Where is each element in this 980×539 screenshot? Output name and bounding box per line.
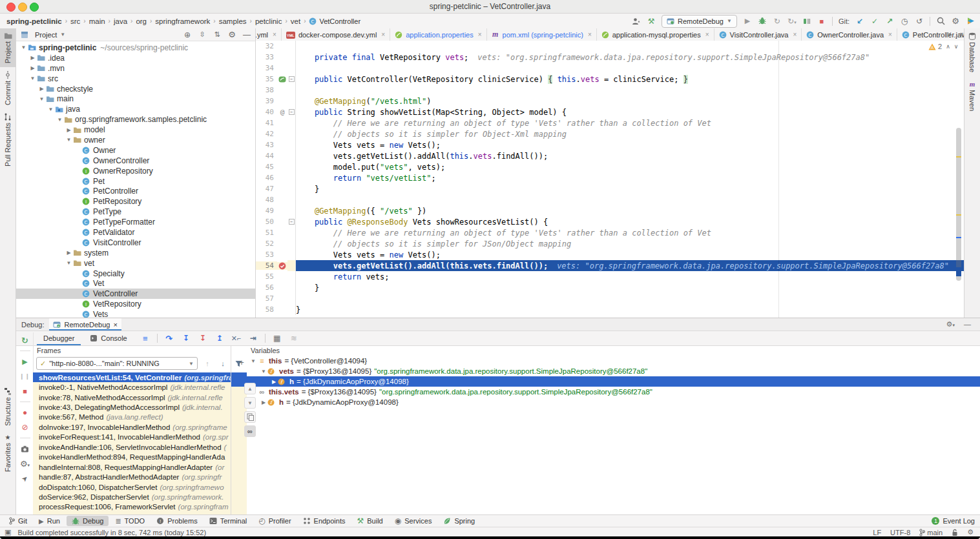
breadcrumb-item[interactable]: org xyxy=(136,17,147,25)
tree-item-src[interactable]: ▼src xyxy=(16,74,255,84)
play-icon[interactable]: ▶ xyxy=(743,16,752,26)
tree-item--mvn[interactable]: ▶.mvn xyxy=(16,63,255,74)
code-line-46[interactable]: 46 return "vets/vetList"; xyxy=(256,172,964,183)
tool-window-switcher-icon[interactable]: ▣ xyxy=(0,528,11,536)
debug-settings-icon[interactable]: ⚙▾ xyxy=(946,320,955,329)
user-icon[interactable] xyxy=(632,16,641,26)
hide-debug-icon[interactable]: — xyxy=(964,320,971,329)
tree-item-pettypeformatter[interactable]: CPetTypeFormatter xyxy=(16,217,255,227)
stack-frame[interactable]: invoke:78, NativeMethodAccessorImpl(jdk.… xyxy=(33,392,247,402)
tree-toggle-icon[interactable]: ▼ xyxy=(249,358,257,364)
code-line-38[interactable]: 38 xyxy=(256,85,964,96)
tab-list-icon[interactable]: ≡ xyxy=(959,30,963,38)
tree-item-vetcontroller[interactable]: CVetController xyxy=(16,289,255,299)
editor-tab-pose-yml[interactable]: pose.yml× xyxy=(256,28,282,41)
variable-row[interactable]: ▼∞this.vets= {$Proxy136@14095}"org.sprin… xyxy=(231,387,980,397)
code-line-48[interactable]: 48 xyxy=(256,194,964,205)
layout-menu-icon[interactable]: ≡ xyxy=(140,333,151,343)
tree-item-petcontroller[interactable]: CPetController xyxy=(16,186,255,196)
tree-item-owner[interactable]: COwner xyxy=(16,145,255,156)
toolwindow-button-git[interactable]: Git xyxy=(4,516,32,526)
tree-item-owner[interactable]: ▼owner xyxy=(16,135,255,145)
sidebar-item-maven[interactable]: mMaven xyxy=(964,76,980,115)
hide-frames-icon[interactable]: ∞ xyxy=(244,425,256,437)
step-into-icon[interactable]: ↧ xyxy=(181,333,191,343)
hammer-icon[interactable]: ⚒ xyxy=(647,16,656,26)
tree-item-ownerrepository[interactable]: IOwnerRepository xyxy=(16,166,255,176)
tree-toggle-icon[interactable]: ▼ xyxy=(20,45,27,50)
variable-row[interactable]: ▶fh= {JdkDynamicAopProxy@14098} xyxy=(231,397,980,407)
at-icon[interactable]: @ xyxy=(277,108,287,116)
code-line-50[interactable]: 50− public @ResponseBody Vets showResour… xyxy=(256,216,964,227)
code-line-40[interactable]: 40@− public String showVetList(Map<Strin… xyxy=(256,107,964,117)
evaluate-icon[interactable]: ▦ xyxy=(272,333,282,343)
tree-toggle-icon[interactable]: ▶ xyxy=(260,400,267,405)
tree-item-petrepository[interactable]: IPetRepository xyxy=(16,196,255,207)
copy-stack-icon[interactable] xyxy=(244,411,256,423)
close-icon[interactable]: × xyxy=(478,31,482,38)
git-push-icon[interactable]: ↗ xyxy=(885,16,894,26)
collapse-all-icon[interactable]: ⇅ xyxy=(213,30,222,40)
fold-marker[interactable]: − xyxy=(287,74,296,85)
step-out-icon[interactable]: ↥ xyxy=(214,333,225,343)
stack-frame[interactable]: showResourcesVetList:54, VetController(o… xyxy=(33,372,247,382)
tree-toggle-icon[interactable]: ▶ xyxy=(65,127,72,133)
scrollbar-thumb[interactable] xyxy=(956,128,961,281)
code-line-51[interactable]: 51 // Here we are returning an object of… xyxy=(256,227,964,238)
tree-toggle-icon[interactable]: ▼ xyxy=(47,107,54,112)
close-icon[interactable]: × xyxy=(888,31,892,38)
close-icon[interactable]: × xyxy=(273,31,276,38)
tree-toggle-icon[interactable]: ▶ xyxy=(38,86,45,92)
variable-row[interactable]: ▼fvets= {$Proxy136@14095}"org.springfram… xyxy=(231,366,980,376)
stack-frame[interactable]: invokeAndHandle:106, ServletInvocableHan… xyxy=(33,442,247,452)
inspection-widget[interactable]: A 2 ∧ ∨ xyxy=(928,43,958,50)
toolwindow-button-endpoints[interactable]: Endpoints xyxy=(298,516,351,526)
tree-item-vet[interactable]: CVet xyxy=(16,278,255,289)
code-line-54[interactable]: 54 vets.getVetList().addAll(this.vets.fi… xyxy=(256,260,964,271)
tab-debugger[interactable]: Debugger xyxy=(37,331,81,345)
tree-toggle-icon[interactable]: ▼ xyxy=(38,96,45,102)
debug-session-tab[interactable]: + RemoteDebug × xyxy=(49,318,121,331)
frame-down-icon[interactable]: ↓ xyxy=(218,358,227,369)
code-line-32[interactable]: 32 xyxy=(256,41,964,52)
bug-icon[interactable] xyxy=(758,16,767,26)
project-panel-header[interactable]: Project ▼ ⊕⇳⇅⚙— xyxy=(16,28,255,41)
code-line-52[interactable]: 52 // objects so it is simpler for JSon/… xyxy=(256,238,964,249)
breakpoint-icon[interactable] xyxy=(277,262,287,270)
status-message[interactable]: Build completed successfully in 8 sec, 7… xyxy=(11,529,206,536)
drop-frame-icon[interactable]: ✕⌐ xyxy=(231,333,242,343)
code-line-57[interactable]: 57 xyxy=(256,293,964,304)
line-ending-indicator[interactable]: LF xyxy=(873,529,881,536)
toolwindow-button-profiler[interactable]: ◴Profiler xyxy=(253,516,296,526)
fold-marker[interactable]: − xyxy=(287,107,296,117)
coverage-icon[interactable]: ↻ xyxy=(773,16,782,26)
stop-icon[interactable]: ■ xyxy=(817,16,826,26)
code-line-41[interactable]: 41 // Here we are returning an object of… xyxy=(256,117,964,128)
mute-breakpoints-icon[interactable]: ⊘ xyxy=(20,422,30,432)
code-editor[interactable]: 3233 private final VetRepository vets;ve… xyxy=(256,41,964,318)
tree-item-model[interactable]: ▶model xyxy=(16,125,255,135)
layout-restore-icon[interactable]: ≋ xyxy=(289,333,299,343)
locate-icon[interactable]: ⊕ xyxy=(183,30,192,40)
tree-item-ownercontroller[interactable]: COwnerController xyxy=(16,156,255,166)
breadcrumb-current[interactable]: CVetController xyxy=(309,17,360,25)
stack-frame[interactable]: doDispatch:1060, DispatcherServlet(org.s… xyxy=(33,482,247,492)
tree-item-main[interactable]: ▼main xyxy=(16,94,255,104)
editor-scrollbar[interactable] xyxy=(955,41,963,318)
event-log-button[interactable]: 1 Event Log xyxy=(932,517,980,525)
code-line-55[interactable]: 55 return vets; xyxy=(256,271,964,282)
ide-play-icon[interactable] xyxy=(966,16,975,26)
editor-tab-visitcontroller-java[interactable]: CVisitController.java× xyxy=(714,28,802,41)
tree-toggle-icon[interactable]: ▶ xyxy=(29,55,36,61)
settings-gear-icon[interactable]: ⚙▾ xyxy=(20,458,30,469)
toolwindow-button-spring[interactable]: Spring xyxy=(438,516,480,526)
exec-line-stripe-mark[interactable] xyxy=(956,267,961,276)
toolwindow-button-run[interactable]: ▶Run xyxy=(34,516,65,526)
toolwindow-button-build[interactable]: ⚒Build xyxy=(351,516,388,526)
tree-item-petvalidator[interactable]: CPetValidator xyxy=(16,227,255,238)
code-line-49[interactable]: 49 @GetMapping({ "/vets" }) xyxy=(256,205,964,216)
hide-icon[interactable]: — xyxy=(242,30,251,40)
tabs-dropdown-icon[interactable]: ∨ xyxy=(947,30,952,38)
editor-tab-application-mysql-properties[interactable]: application-mysql.properties× xyxy=(597,28,714,41)
code-line-35[interactable]: 35− public VetController(VetRepository c… xyxy=(256,74,964,85)
